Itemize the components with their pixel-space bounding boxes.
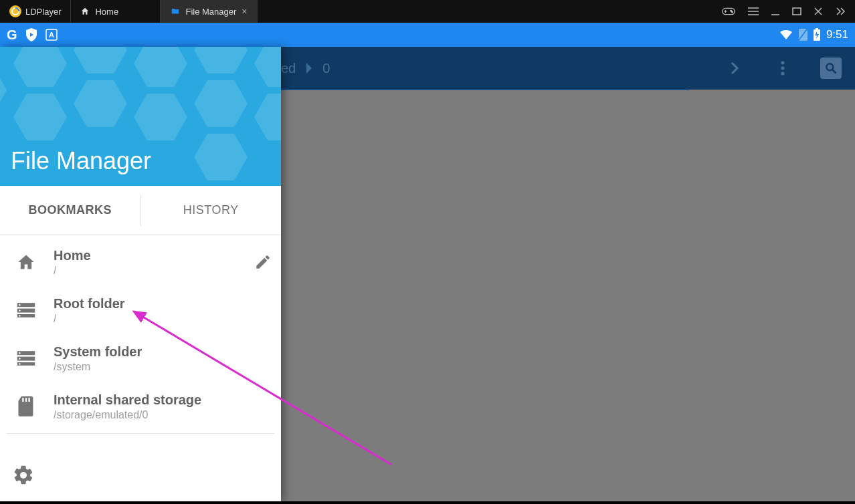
svg-rect-49: [28, 398, 29, 402]
svg-point-45: [19, 358, 20, 359]
overflow-menu-icon[interactable]: [772, 57, 793, 79]
bookmark-home[interactable]: Home /: [0, 238, 281, 286]
tab-file-manager[interactable]: File Manager ×: [161, 0, 257, 23]
svg-point-20: [781, 72, 785, 76]
svg-point-21: [826, 64, 833, 70]
bookmark-path: /: [54, 265, 238, 277]
google-icon: G: [7, 27, 17, 43]
divider: [7, 433, 274, 434]
tab-file-manager-label: File Manager: [185, 7, 236, 17]
svg-marker-33: [13, 94, 67, 140]
svg-point-46: [19, 363, 20, 364]
more-icon[interactable]: [835, 7, 846, 16]
bookmark-title: Home: [54, 248, 238, 263]
chrome-right: [721, 6, 855, 17]
storage-icon: [15, 302, 37, 318]
maximize-icon[interactable]: [792, 7, 801, 16]
minimize-icon[interactable]: [771, 7, 780, 16]
drawer-header: File Manager: [0, 47, 281, 186]
window-close-icon[interactable]: [814, 7, 823, 16]
drawer-tabs: BOOKMARKS HISTORY: [0, 186, 281, 235]
search-icon[interactable]: [820, 57, 842, 79]
bookmark-path: /storage/emulated/0: [54, 409, 272, 421]
svg-point-4: [731, 10, 732, 11]
bookmark-path: /system: [54, 361, 272, 373]
svg-point-38: [19, 304, 20, 305]
svg-marker-26: [134, 47, 187, 87]
tab-home-label: Home: [95, 7, 118, 17]
svg-marker-27: [134, 94, 187, 140]
menu-icon[interactable]: [748, 7, 759, 16]
tab-history[interactable]: HISTORY: [141, 186, 282, 235]
app-content-area: ed 0: [0, 47, 855, 501]
svg-rect-17: [816, 28, 818, 29]
nav-forward-icon[interactable]: [724, 57, 745, 79]
svg-line-22: [833, 70, 836, 74]
svg-marker-28: [194, 47, 248, 74]
tab-home[interactable]: Home: [70, 0, 161, 23]
ldplayer-brand[interactable]: LDPlayer: [0, 0, 70, 23]
svg-point-40: [19, 315, 20, 316]
drawer-footer: [0, 455, 281, 501]
wifi-icon: [779, 29, 793, 40]
ldplayer-icon: [9, 5, 21, 17]
sdcard-icon: [15, 396, 37, 416]
bookmark-title: System folder: [54, 344, 272, 360]
home-icon: [80, 7, 90, 16]
bookmark-root-folder[interactable]: Root folder /: [0, 286, 281, 334]
android-status-bar: G A 9:51: [0, 23, 855, 47]
svg-marker-23: [13, 47, 67, 87]
svg-point-39: [19, 309, 20, 311]
status-time: 9:51: [826, 28, 848, 41]
svg-marker-31: [254, 47, 281, 87]
svg-rect-48: [25, 398, 27, 402]
storage-icon: [15, 350, 37, 366]
gear-icon[interactable]: [12, 464, 269, 487]
close-icon[interactable]: ×: [242, 6, 247, 17]
svg-point-5: [732, 11, 733, 13]
ldplayer-label: LDPlayer: [25, 7, 61, 17]
path-fragment: ed: [281, 61, 296, 76]
gamepad-icon[interactable]: [721, 6, 736, 17]
svg-rect-10: [793, 8, 801, 15]
svg-marker-25: [74, 80, 127, 127]
chrome-left: LDPlayer Home File Manager ×: [0, 0, 258, 23]
app-a-icon: A: [45, 29, 58, 41]
path-count: 0: [322, 61, 330, 76]
svg-marker-32: [254, 94, 281, 140]
svg-marker-34: [0, 67, 7, 114]
bookmarks-list: Home / Root folder /: [0, 235, 281, 436]
bookmark-title: Internal shared storage: [54, 392, 272, 408]
svg-point-44: [19, 352, 20, 354]
edit-icon[interactable]: [254, 253, 272, 271]
tab-bookmarks[interactable]: BOOKMARKS: [0, 186, 140, 235]
bookmark-system-folder[interactable]: System folder /system: [0, 334, 281, 382]
svg-point-18: [781, 61, 785, 65]
svg-marker-30: [194, 134, 248, 180]
svg-text:A: A: [49, 31, 54, 39]
drawer-title: File Manager: [11, 147, 151, 175]
folder-icon: [171, 7, 180, 16]
bookmark-internal-storage[interactable]: Internal shared storage /storage/emulate…: [0, 382, 281, 430]
bottom-border: [0, 501, 855, 504]
status-left: G A: [7, 27, 58, 43]
svg-marker-24: [74, 47, 127, 74]
chevron-right-icon: [305, 63, 313, 74]
bookmark-title: Root folder: [54, 296, 272, 311]
status-right: 9:51: [779, 28, 848, 41]
home-icon: [15, 253, 37, 271]
bookmark-path: /: [54, 313, 272, 325]
svg-rect-47: [22, 398, 23, 402]
no-sim-icon: [798, 29, 808, 41]
svg-point-19: [781, 67, 785, 70]
navigation-drawer: File Manager BOOKMARKS HISTORY Home /: [0, 47, 281, 501]
window-chrome: LDPlayer Home File Manager ×: [0, 0, 855, 23]
svg-marker-29: [194, 80, 248, 127]
shield-icon: [25, 28, 37, 41]
battery-charging-icon: [813, 28, 821, 41]
